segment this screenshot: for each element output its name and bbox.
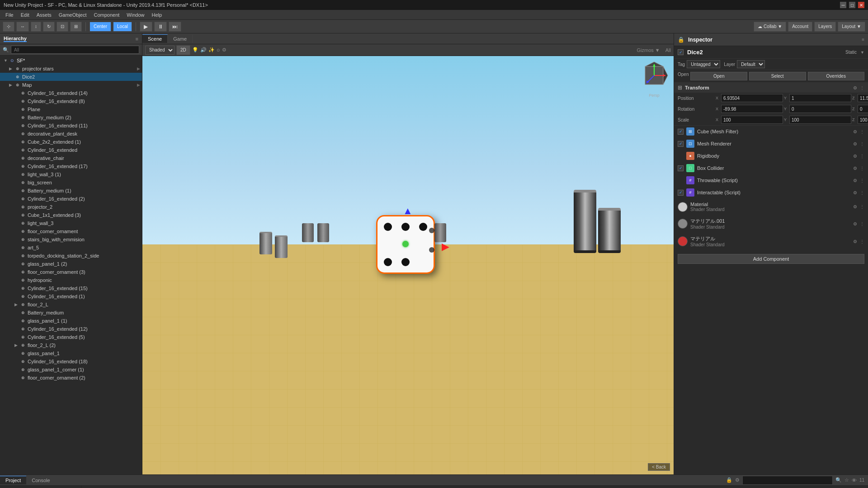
window-controls[interactable]: ─ □ ✕ — [840, 2, 864, 8]
space-local-btn[interactable]: Local — [113, 22, 132, 32]
h-item-sf[interactable]: ▼ ⊙ SF* — [0, 56, 142, 65]
hidden-icon[interactable]: ⊙ — [217, 48, 220, 52]
component-dots-icon[interactable]: ⋮ — [860, 141, 864, 146]
list-item[interactable]: ⊕art_5 — [0, 244, 142, 252]
layers-button[interactable]: Layers — [814, 22, 836, 32]
add-component-button[interactable]: Add Component — [678, 254, 864, 264]
list-item[interactable]: ⊕Cylinder_16_extended (18) — [0, 357, 142, 366]
component-dots-icon[interactable]: ⋮ — [860, 154, 864, 159]
audio-icon[interactable]: 🔊 — [200, 47, 207, 53]
project-tab[interactable]: Project — [0, 476, 26, 484]
list-item[interactable]: ⊕stairs_big_with_emmision — [0, 235, 142, 244]
scale-y-input[interactable] — [789, 116, 851, 124]
list-item[interactable]: ⊕Cylinder_16_extended — [0, 146, 142, 154]
list-item[interactable]: ⊕floor_corner_ornament (2) — [0, 374, 142, 382]
play-button[interactable]: ▶ — [140, 22, 152, 32]
list-item[interactable]: ⊕Cylinder_16_extended (5) — [0, 333, 142, 341]
rot-y-input[interactable] — [789, 105, 851, 113]
component-enabled-checkbox[interactable] — [678, 141, 684, 147]
material-dots-icon[interactable]: ⋮ — [860, 221, 864, 226]
static-dropdown-arrow[interactable]: ▼ — [860, 50, 864, 55]
material-gear-icon[interactable]: ⚙ — [853, 221, 857, 226]
list-item[interactable]: ⊕Cube_2x2_extended (1) — [0, 138, 142, 146]
minimize-button[interactable]: ─ — [840, 2, 846, 8]
tool-btn-3[interactable]: ↕ — [31, 22, 41, 32]
list-item[interactable]: ⊕glass_panel_1 (2) — [0, 260, 142, 268]
list-item[interactable]: ⊕decorative_plant_desk — [0, 130, 142, 138]
pivot-center-btn[interactable]: Center — [90, 22, 111, 32]
component-enabled-checkbox[interactable] — [678, 129, 684, 135]
fx-icon[interactable]: ✨ — [208, 47, 215, 53]
tag-select[interactable]: Untagged — [687, 60, 720, 68]
material-color-swatch[interactable] — [678, 202, 688, 212]
scene-tab[interactable]: Scene — [142, 34, 168, 43]
asset-search-input[interactable] — [742, 476, 833, 485]
shading-dropdown[interactable]: Shaded — [145, 46, 175, 55]
layout-button[interactable]: Layout ▼ — [838, 22, 865, 32]
pos-z-input[interactable] — [858, 94, 868, 102]
star-icon[interactable]: ☆ — [844, 477, 849, 483]
account-button[interactable]: Account — [788, 22, 812, 32]
list-item[interactable]: ⊕Cylinder_16_extended (1) — [0, 292, 142, 300]
pos-x-input[interactable] — [721, 94, 783, 102]
lighting-icon[interactable]: 💡 — [192, 47, 198, 53]
h-item-projector-stars[interactable]: ▶ ⊕ projector stars ▶ — [0, 65, 142, 73]
list-item[interactable]: ▶⊕floor_2_L (2) — [0, 341, 142, 349]
menu-assets[interactable]: Assets — [33, 11, 55, 19]
settings-icon[interactable]: ⚙ — [222, 47, 226, 53]
list-item[interactable]: ⊕Cylinder_16_extended (17) — [0, 162, 142, 170]
lock-icon[interactable]: 🔒 — [678, 37, 684, 43]
material-color-swatch[interactable] — [678, 219, 688, 229]
component-dots-icon[interactable]: ⋮ — [860, 166, 864, 171]
list-item[interactable]: ⊕big_screen — [0, 178, 142, 187]
nav-cube[interactable] — [638, 60, 670, 91]
list-item[interactable]: ⊕torpedo_docking_station_2_side — [0, 252, 142, 260]
component-gear-icon[interactable]: ⚙ — [853, 190, 857, 195]
list-item[interactable]: ⊕projector_2 — [0, 203, 142, 211]
step-button[interactable]: ⏭ — [169, 22, 181, 32]
component-gear-icon[interactable]: ⚙ — [853, 129, 857, 134]
material-gear-icon[interactable]: ⚙ — [853, 204, 857, 209]
list-item[interactable]: ⊕Battery_medium (2) — [0, 113, 142, 122]
list-item[interactable]: ▶⊕floor_2_L — [0, 300, 142, 309]
material-dots-icon[interactable]: ⋮ — [860, 204, 864, 209]
component-dots-icon[interactable]: ⋮ — [860, 190, 864, 195]
list-item[interactable]: ⊕decorative_chair — [0, 154, 142, 162]
hierarchy-search-input[interactable] — [11, 46, 139, 54]
material-gear-icon[interactable]: ⚙ — [853, 239, 857, 244]
list-item[interactable]: ⊕glass_panel_1_corner (1) — [0, 366, 142, 374]
menu-help[interactable]: Help — [148, 11, 165, 19]
lock-bottom-icon[interactable]: 🔒 — [726, 477, 732, 483]
2d-button[interactable]: 2D — [176, 45, 190, 55]
h-item-dice2[interactable]: ⊕ Dice2 — [0, 73, 142, 81]
list-item[interactable]: ⊕floor_corner_ornament (3) — [0, 268, 142, 276]
dots-icon[interactable]: ⋮ — [860, 85, 864, 90]
list-item[interactable]: ⊕Battery_medium (1) — [0, 187, 142, 195]
component-gear-icon[interactable]: ⚙ — [853, 166, 857, 171]
component-gear-icon[interactable]: ⚙ — [853, 154, 857, 159]
menu-edit[interactable]: Edit — [17, 11, 33, 19]
eye-icon[interactable]: 👁 — [852, 478, 857, 483]
rot-x-input[interactable] — [721, 105, 783, 113]
list-item[interactable]: ⊕Cylinder_16_extended (11) — [0, 122, 142, 130]
scale-z-input[interactable] — [858, 116, 868, 124]
list-item[interactable]: ⊕Battery_medium — [0, 309, 142, 317]
list-item[interactable]: ⊕Cylinder_16_extended (12) — [0, 325, 142, 333]
list-item[interactable]: ⊕Cylinder_16_extended (14) — [0, 89, 142, 97]
list-item[interactable]: ⊕hydroponic — [0, 276, 142, 284]
menu-file[interactable]: File — [2, 11, 17, 19]
transform-header[interactable]: ⊞ Transform ⚙ ⋮ — [674, 83, 868, 93]
menu-gameobject[interactable]: GameObject — [55, 11, 90, 19]
tool-btn-6[interactable]: ⊞ — [70, 22, 82, 32]
material-dots-icon[interactable]: ⋮ — [860, 239, 864, 244]
component-dots-icon[interactable]: ⋮ — [860, 129, 864, 134]
close-button[interactable]: ✕ — [858, 2, 864, 8]
component-gear-icon[interactable]: ⚙ — [853, 178, 857, 183]
scale-x-input[interactable] — [721, 116, 783, 124]
inspector-menu-icon[interactable]: ≡ — [862, 37, 864, 42]
menu-component[interactable]: Component — [90, 11, 123, 19]
tool-btn-1[interactable]: ⊹ — [3, 22, 14, 32]
list-item[interactable]: ⊕glass_panel_1 (1) — [0, 317, 142, 325]
tool-btn-5[interactable]: ⊡ — [57, 22, 68, 32]
component-enabled-checkbox[interactable] — [678, 190, 684, 196]
